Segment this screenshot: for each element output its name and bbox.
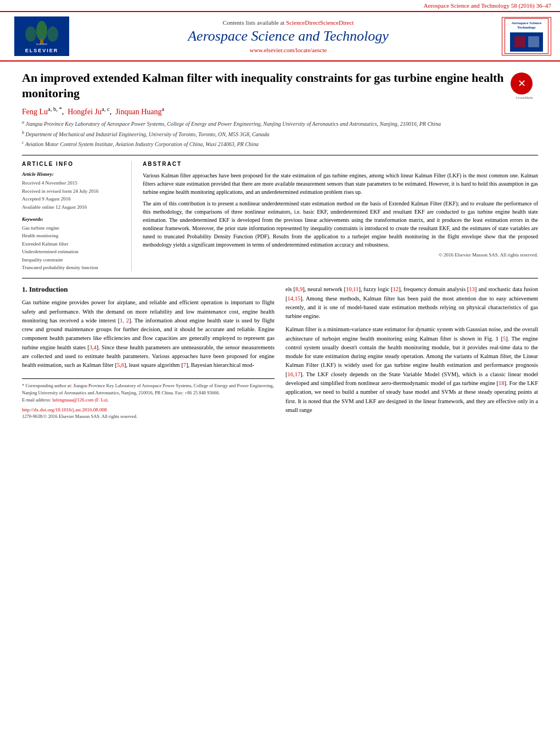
affiliation-c: c Aviation Motor Control System Institut… — [22, 140, 538, 148]
journal-title: Aerospace Science and Technology — [75, 28, 502, 44]
body-content: 1. Introduction Gas turbine engine provi… — [22, 285, 538, 419]
affil-c-super: c — [22, 140, 24, 145]
svg-point-1 — [36, 21, 47, 41]
affil-b-text: Department of Mechanical and Industrial … — [26, 131, 270, 137]
journal-cover-image — [512, 34, 542, 50]
keyword-6: Truncated probability density function — [22, 264, 125, 271]
crossmark-icon: ✕ — [511, 72, 533, 94]
contents-line: Contents lists available at ScienceDirec… — [75, 19, 502, 26]
sciencedirect-link[interactable]: ScienceDirect — [286, 19, 320, 26]
connector-word: and — [478, 286, 486, 292]
accepted-date: Accepted 9 August 2016 — [22, 195, 125, 203]
footnote-email: E-mail address: lufengnuaa@126.com (F. L… — [22, 397, 275, 404]
keywords-list: Gas turbine engine Health monitoring Ext… — [22, 224, 125, 271]
article-title-section: An improved extended Kalman filter with … — [22, 70, 538, 102]
body-left-column: 1. Introduction Gas turbine engine provi… — [22, 285, 275, 419]
received-date: Received 4 November 2015 — [22, 179, 125, 187]
body-right-column: els [8,9], neural network [10,11], fuzzy… — [285, 285, 538, 419]
keyword-2: Health monitoring — [22, 232, 125, 239]
affil-a-text: Jiangsu Province Key Laboratory of Aeros… — [26, 121, 441, 127]
elsevier-logo-box: ELSEVIER ELSEVIER — [14, 16, 69, 56]
elsevier-logo: ELSEVIER ELSEVIER — [9, 16, 75, 56]
author-1: Feng Lu — [22, 107, 48, 115]
right-logo-text: Aerospace Science Technology — [505, 21, 548, 30]
elsevier-tree-icon: ELSEVIER — [20, 19, 64, 46]
revised-date: Received in revised form 24 July 2016 — [22, 187, 125, 195]
keyword-5: Inequality constraint — [22, 256, 125, 264]
body-right-para-2: Kalman filter is a minimum-variance stat… — [285, 325, 538, 415]
journal-header: ELSEVIER ELSEVIER Contents lists availab… — [0, 11, 560, 62]
body-right-para-1: els [8,9], neural network [10,11], fuzzy… — [285, 285, 538, 321]
abstract-panel: ABSTRACT Various Kalman filter approache… — [143, 161, 538, 271]
footnote-section: * Corresponding author at: Jiangsu Provi… — [22, 378, 275, 419]
author-3: Jinquan Huang — [115, 107, 161, 115]
abstract-heading: ABSTRACT — [143, 161, 538, 167]
article-title: An improved extended Kalman filter with … — [22, 70, 505, 102]
body-left-para-1: Gas turbine engine provides power for ai… — [22, 298, 275, 370]
affil-c-text: Aviation Motor Control System Institute,… — [25, 141, 259, 147]
intro-section-title: 1. Introduction — [22, 285, 275, 294]
sciencedirect-name[interactable]: ScienceDirect — [320, 19, 354, 26]
main-content: An improved extended Kalman filter with … — [0, 62, 560, 428]
svg-rect-7 — [528, 36, 539, 47]
journal-center-section: Contents lists available at ScienceDirec… — [75, 19, 502, 53]
copyright-line: © 2016 Elsevier Masson SAS. All rights r… — [143, 252, 538, 258]
footnote-email-address[interactable]: lufengnuaa@126.com (F. Lu). — [52, 397, 109, 403]
affil-b-super: b — [22, 130, 24, 135]
author-2: Hongfei Ju — [68, 107, 102, 115]
journal-cover-thumbnail: Aerospace Science Technology — [502, 17, 551, 55]
journal-reference-bar: Aerospace Science and Technology 58 (201… — [0, 0, 560, 11]
affiliation-b: b Department of Mechanical and Industria… — [22, 130, 538, 138]
info-abstract-section: ARTICLE INFO Article History: Received 4… — [22, 155, 538, 271]
keyword-1: Gas turbine engine — [22, 224, 125, 232]
author-1-super: a, b, * — [48, 106, 62, 112]
affil-a-super: a — [22, 120, 24, 125]
keyword-3: Extended Kalman filter — [22, 240, 125, 248]
article-info-panel: ARTICLE INFO Article History: Received 4… — [22, 161, 132, 271]
issn-text: 1270-9638/© 2016 Elsevier Masson SAS. Al… — [22, 414, 275, 419]
doi-link[interactable]: http://dx.doi.org/10.1016/j.ast.2016.08.… — [22, 407, 275, 412]
keywords-label: Keywords: — [22, 216, 125, 222]
journal-url[interactable]: www.elsevier.com/locate/aescte — [75, 47, 502, 53]
journal-ref-text: Aerospace Science and Technology 58 (201… — [424, 2, 551, 9]
article-dates: Received 4 November 2015 Received in rev… — [22, 179, 125, 211]
history-label: Article History: — [22, 171, 125, 177]
article-info-heading: ARTICLE INFO — [22, 161, 125, 167]
section-divider — [22, 278, 538, 278]
abstract-para-2: The aim of this contribution is to prese… — [143, 199, 538, 249]
affiliations: a Jiangsu Province Key Laboratory of Aer… — [22, 119, 538, 148]
svg-point-2 — [47, 26, 58, 42]
author-3-super: a — [162, 106, 165, 112]
footnote-star-note: * Corresponding author at: Jiangsu Provi… — [22, 382, 275, 397]
abstract-text: Various Kalman filter approaches have be… — [143, 171, 538, 249]
svg-text:ELSEVIER: ELSEVIER — [36, 43, 47, 46]
available-date: Available online 12 August 2016 — [22, 203, 125, 211]
affiliation-a: a Jiangsu Province Key Laboratory of Aer… — [22, 119, 538, 128]
crossmark-logo: ✕ CrossMark — [511, 72, 538, 100]
doi-section: http://dx.doi.org/10.1016/j.ast.2016.08.… — [22, 407, 275, 419]
authors-line: Feng Lua, b, *, Hongfei Jua, c, Jinquan … — [22, 106, 538, 116]
keyword-4: Underdetermined estimation — [22, 248, 125, 255]
svg-rect-6 — [514, 36, 525, 47]
author-2-super: a, c — [102, 106, 110, 112]
svg-point-0 — [25, 26, 36, 42]
crossmark-label: CrossMark — [511, 96, 538, 100]
abstract-para-1: Various Kalman filter approaches have be… — [143, 171, 538, 196]
elsevier-wordmark: ELSEVIER — [18, 48, 66, 54]
